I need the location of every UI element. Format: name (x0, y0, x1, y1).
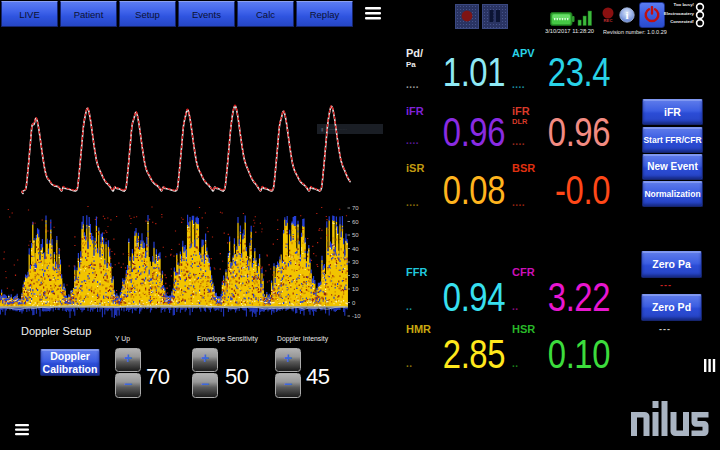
svg-text:REC: REC (604, 18, 613, 23)
svg-text:10: 10 (352, 286, 359, 292)
svg-text:50: 50 (352, 232, 359, 238)
svg-text:70: 70 (352, 205, 359, 211)
svg-text:60: 60 (352, 219, 359, 225)
svg-text:i: i (625, 9, 628, 21)
svg-text:20: 20 (352, 273, 359, 279)
svg-text:-10: -10 (352, 313, 361, 319)
svg-text:40: 40 (352, 246, 359, 252)
svg-text:30: 30 (352, 259, 359, 265)
svg-text:0: 0 (352, 300, 356, 306)
